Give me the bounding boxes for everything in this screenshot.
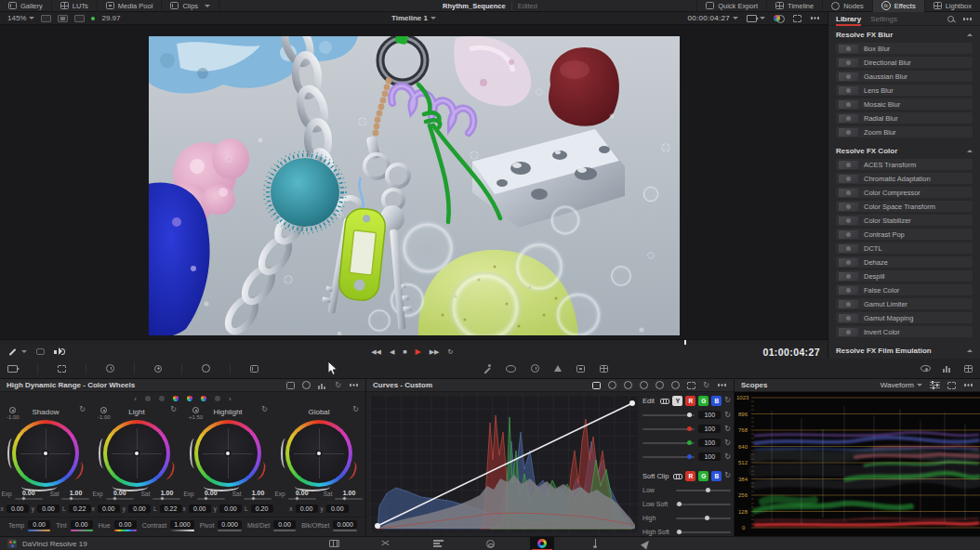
timeline-selector[interactable]: Timeline 1	[391, 14, 436, 22]
g-gain-slider[interactable]	[642, 442, 695, 444]
reset-icon[interactable]: ↻	[724, 426, 731, 433]
play-button[interactable]: ▶	[416, 347, 421, 356]
color-wheel[interactable]	[103, 420, 170, 487]
fx-item-zoom-blur[interactable]: Zoom Blur	[836, 126, 973, 138]
magic-mask-icon[interactable]	[554, 365, 562, 372]
fx-item-false-color[interactable]: False Color	[836, 284, 973, 295]
saturation-slider[interactable]	[61, 498, 89, 500]
power-window-icon[interactable]	[506, 365, 516, 373]
hue-value[interactable]: 0.00	[114, 520, 137, 529]
g-gain-value[interactable]: 100	[698, 439, 721, 447]
link-channels-icon[interactable]	[673, 472, 682, 479]
viewer-options-menu[interactable]	[810, 17, 820, 20]
y-value[interactable]: 0.00	[219, 504, 242, 513]
exposure-slider[interactable]	[106, 498, 134, 500]
fx-item-mosaic-blur[interactable]: Mosaic Blur	[836, 98, 973, 110]
curve-hue-vs-sat-icon[interactable]	[624, 381, 632, 389]
search-icon[interactable]	[947, 16, 954, 22]
black-offset-value[interactable]: 0.000	[333, 520, 357, 529]
page-edit[interactable]	[426, 537, 450, 550]
temp-value[interactable]: 0.00	[28, 520, 50, 529]
soft-clip-r-button[interactable]: R	[685, 471, 695, 481]
link-channels-icon[interactable]	[660, 397, 669, 404]
zone-icon[interactable]	[100, 407, 107, 413]
fx-item-invert-color[interactable]: Invert Color	[836, 326, 973, 337]
channel-y-button[interactable]: Y	[672, 396, 682, 406]
section-resolve-fx-color[interactable]: Resolve FX Color	[828, 142, 980, 158]
pager-dot[interactable]	[145, 396, 151, 401]
color-wheel[interactable]	[194, 420, 261, 487]
zoom-tool-icon[interactable]	[154, 365, 162, 373]
panel-layout-icon[interactable]	[964, 365, 973, 373]
media-pool-button[interactable]: Media Pool	[98, 0, 163, 12]
clips-button[interactable]: Clips	[162, 0, 219, 12]
color-wheels-icon[interactable]	[774, 14, 785, 22]
grab-still-button[interactable]	[747, 15, 765, 22]
zone-icon[interactable]	[9, 407, 16, 413]
curve-custom-icon[interactable]	[592, 382, 601, 389]
viewer-mode-tool[interactable]	[7, 347, 27, 357]
mid-detail-value[interactable]: 0.00	[273, 520, 296, 529]
y-gain-value[interactable]: 100	[698, 411, 721, 419]
exposure-slider[interactable]	[15, 498, 43, 500]
pager-prev-icon[interactable]: ‹	[134, 395, 137, 403]
lightbox-button[interactable]: Lightbox	[924, 0, 980, 12]
fx-item-lens-blur[interactable]: Lens Blur	[836, 85, 973, 96]
pager-next-icon[interactable]: ›	[229, 395, 232, 403]
reset-icon[interactable]: ↻	[724, 412, 731, 419]
grab-still-tool-icon[interactable]	[7, 365, 18, 373]
reset-icon[interactable]: ↻	[724, 472, 731, 479]
pager-dot[interactable]	[159, 396, 165, 401]
pager-dot[interactable]	[215, 396, 220, 401]
pager-dot-active[interactable]	[187, 396, 192, 401]
fx-item-gamut-limiter[interactable]: Gamut Limiter	[836, 298, 973, 309]
zoom-level-dropdown[interactable]: 145%	[7, 14, 34, 22]
l-value[interactable]: 0.22	[160, 504, 182, 513]
audio-mute-button[interactable]	[54, 347, 64, 356]
page-cut[interactable]	[374, 537, 398, 550]
qualifier-picker-icon[interactable]	[483, 364, 491, 373]
soft-clip-low-soft-slider[interactable]	[676, 504, 731, 505]
pivot-value[interactable]: 0.000	[218, 520, 242, 529]
b-gain-value[interactable]: 100	[698, 452, 721, 461]
saturation-slider[interactable]	[244, 498, 271, 500]
curves-graph[interactable]	[370, 395, 638, 532]
fx-item-radial-blur[interactable]: Radial Blur	[836, 112, 973, 124]
tab-library[interactable]: Library	[836, 12, 861, 26]
curve-hue-vs-hue-icon[interactable]	[608, 381, 616, 389]
loop-button[interactable]: ↻	[447, 348, 453, 356]
page-fairlight[interactable]	[582, 537, 606, 550]
contrast-value[interactable]: 1.000	[170, 520, 194, 529]
page-color[interactable]	[530, 537, 554, 550]
enhanced-viewer-toggle[interactable]	[74, 15, 85, 22]
effects-button[interactable]: fx Effects	[872, 0, 924, 12]
channel-g-button[interactable]: G	[698, 396, 709, 406]
fx-item-color-compressor[interactable]: Color Compressor	[836, 187, 973, 198]
stop-button[interactable]: ■	[403, 348, 406, 355]
tab-settings[interactable]: Settings	[870, 12, 897, 26]
fx-item-chromatic-adaptation[interactable]: Chromatic Adaptation	[836, 173, 973, 184]
exposure-slider[interactable]	[197, 498, 225, 500]
scope-mode-dropdown[interactable]: Waveform	[881, 381, 922, 389]
palette-options-menu[interactable]	[963, 384, 973, 386]
tracker-tool-icon[interactable]	[202, 364, 210, 373]
x-value[interactable]: 0.00	[189, 504, 211, 513]
patch-replace-icon[interactable]	[576, 365, 585, 373]
wheel-reset-icon[interactable]: ↻	[170, 406, 177, 413]
fx-item-contrast-pop[interactable]: Contrast Pop	[836, 229, 973, 240]
go-to-end-button[interactable]: ▶▶	[430, 348, 440, 356]
y-gain-slider[interactable]	[642, 414, 695, 416]
go-to-start-button[interactable]: ◀◀	[371, 348, 381, 356]
scope-settings-icon[interactable]	[930, 381, 940, 389]
timeline-button[interactable]: Timeline	[766, 0, 822, 12]
fx-item-despill[interactable]: Despill	[836, 270, 973, 282]
timecode-tool-icon[interactable]	[106, 364, 114, 373]
y-value[interactable]: 0.00	[128, 504, 151, 513]
wheel-reset-icon[interactable]: ↻	[261, 406, 268, 413]
viewer-timecode-dropdown[interactable]: 00:00:04:27	[687, 14, 738, 22]
pager-dot-active[interactable]	[173, 396, 179, 401]
expand-viewer-icon[interactable]	[793, 15, 801, 22]
reset-palette-icon[interactable]: ↻	[703, 382, 709, 389]
color-wheel[interactable]	[285, 420, 352, 487]
x-value[interactable]: 0.00	[296, 504, 318, 513]
